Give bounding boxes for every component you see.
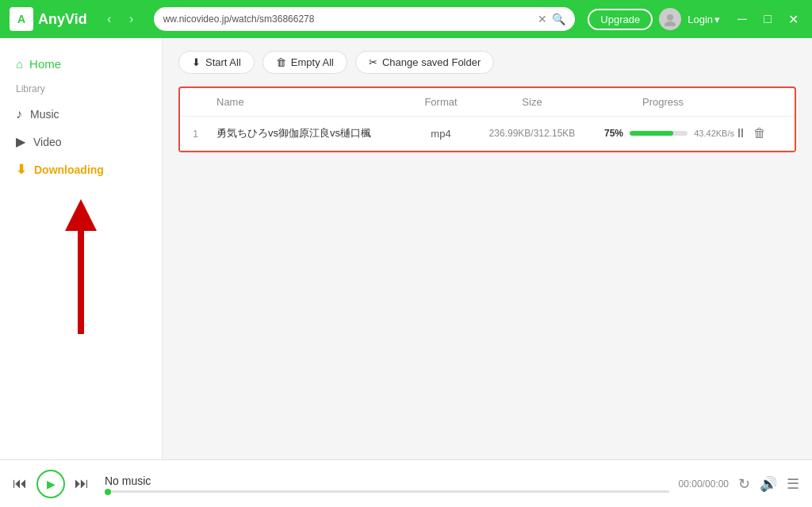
row-format: mp4 <box>409 128 473 140</box>
sidebar-downloading-label: Downloading <box>34 163 104 176</box>
next-button[interactable]: ⏭ <box>75 475 89 492</box>
minimize-button[interactable]: ─ <box>733 10 752 29</box>
svg-point-1 <box>665 21 676 26</box>
home-icon: ⌂ <box>16 57 23 71</box>
folder-icon: ✂ <box>369 56 377 68</box>
player-extra-controls: ↻ 🔊 ☰ <box>738 475 799 493</box>
volume-button[interactable]: 🔊 <box>760 475 777 493</box>
title-bar: A AnyVid ‹ › ww.nicovideo.jp/watch/sm368… <box>0 0 812 38</box>
download-table: Name Format Size Progress 1 勇気ちひろvs御伽原江良… <box>178 86 796 152</box>
forward-button[interactable]: › <box>122 10 141 29</box>
progress-bar-bg <box>630 131 688 136</box>
table-row: 1 勇気ちひろvs御伽原江良vs樋口楓 mp4 236.99KB/312.15K… <box>180 117 795 151</box>
table-header: Name Format Size Progress <box>180 88 795 117</box>
sidebar-item-video[interactable]: ▶ Video <box>0 128 162 156</box>
download-icon: ⬇ <box>16 162 26 177</box>
col-header-name: Name <box>216 96 409 108</box>
delete-button[interactable]: 🗑 <box>753 126 766 140</box>
play-button[interactable]: ▶ <box>36 470 65 498</box>
app-name: AnyVid <box>38 11 87 28</box>
toolbar: ⬇ Start All 🗑 Empty All ✂ Change saved F… <box>178 51 796 74</box>
player-info: No music <box>98 474 669 493</box>
main-layout: ⌂ Home Library ♪ Music ▶ Video ⬇ Downloa… <box>0 38 812 459</box>
search-icon[interactable]: 🔍 <box>552 13 565 25</box>
row-filename: 勇気ちひろvs御伽原江良vs樋口楓 <box>216 126 409 140</box>
progress-bar-fill <box>630 131 673 136</box>
url-close-icon[interactable]: ✕ <box>538 13 547 25</box>
sidebar-item-music[interactable]: ♪ Music <box>0 101 162 128</box>
annotation-arrow <box>57 199 105 342</box>
start-all-button[interactable]: ⬇ Start All <box>178 51 255 74</box>
back-button[interactable]: ‹ <box>100 10 119 29</box>
player-controls: ⏮ ▶ ⏭ <box>13 470 89 498</box>
sidebar-section-label: Library <box>0 80 162 98</box>
url-text: ww.nicovideo.jp/watch/sm36866278 <box>163 13 534 25</box>
svg-marker-3 <box>65 199 97 231</box>
playlist-button[interactable]: ☰ <box>787 475 799 493</box>
progress-indicator <box>105 489 111 495</box>
sidebar-video-label: Video <box>33 136 62 148</box>
content-area: ⬇ Start All 🗑 Empty All ✂ Change saved F… <box>163 38 812 459</box>
music-icon: ♪ <box>16 107 22 121</box>
pause-button[interactable]: ⏸ <box>734 126 747 140</box>
row-number: 1 <box>193 128 216 140</box>
avatar <box>659 8 681 30</box>
start-icon: ⬇ <box>192 56 201 68</box>
empty-all-button[interactable]: 🗑 Empty All <box>262 51 347 74</box>
progress-percent: 75% <box>604 128 623 139</box>
app-logo: A AnyVid <box>10 7 87 31</box>
now-playing: No music <box>105 474 669 487</box>
close-button[interactable]: ✕ <box>783 10 802 29</box>
col-header-format: Format <box>409 96 473 108</box>
prev-button[interactable]: ⏮ <box>13 475 27 492</box>
maximize-button[interactable]: □ <box>758 10 777 29</box>
col-header-progress: Progress <box>592 96 734 108</box>
change-folder-button[interactable]: ✂ Change saved Folder <box>355 51 494 74</box>
home-label: Home <box>29 57 61 71</box>
login-button[interactable]: Login ▾ <box>688 13 720 25</box>
upgrade-button[interactable]: Upgrade <box>588 9 653 30</box>
progress-speed: 43.42KB/s <box>694 129 734 138</box>
logo-icon: A <box>10 7 33 31</box>
player-bar: ⏮ ▶ ⏭ No music 00:00/00:00 ↻ 🔊 ☰ <box>0 459 812 507</box>
repeat-button[interactable]: ↻ <box>738 475 750 493</box>
video-icon: ▶ <box>16 134 25 149</box>
player-progress-bar[interactable] <box>105 490 669 493</box>
col-header-size: Size <box>473 96 592 108</box>
row-progress: 75% 43.42KB/s <box>592 128 734 139</box>
nav-buttons: ‹ › <box>100 10 141 29</box>
row-actions: ⏸ 🗑 <box>734 126 782 140</box>
sidebar-item-home[interactable]: ⌂ Home <box>0 51 162 80</box>
sidebar: ⌂ Home Library ♪ Music ▶ Video ⬇ Downloa… <box>0 38 163 459</box>
player-time: 00:00/00:00 <box>679 478 729 490</box>
svg-point-0 <box>667 14 673 21</box>
url-bar[interactable]: ww.nicovideo.jp/watch/sm36866278 ✕ 🔍 <box>154 7 576 31</box>
sidebar-music-label: Music <box>30 108 59 121</box>
sidebar-item-downloading[interactable]: ⬇ Downloading <box>0 156 162 183</box>
row-size: 236.99KB/312.15KB <box>473 128 592 139</box>
window-controls: ─ □ ✕ <box>733 10 802 29</box>
trash-icon: 🗑 <box>276 56 286 68</box>
